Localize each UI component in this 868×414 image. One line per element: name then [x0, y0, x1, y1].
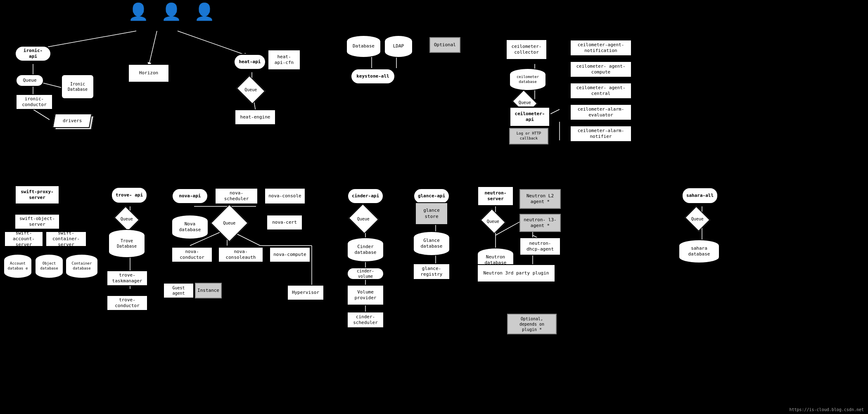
nova-database-label: Nova database: [175, 221, 205, 233]
log-callback-node: Log or HTTP callback: [509, 128, 548, 144]
nova-compute-node: nova-compute: [269, 247, 311, 263]
ironic-database-node: Ironic Database: [61, 74, 94, 99]
sahara-database-label: sahara database: [682, 246, 716, 258]
ironic-conductor-label: ironic- conductor: [20, 96, 49, 108]
user-icon-3: 👤: [194, 2, 215, 21]
object-database-label: Object database: [38, 261, 60, 271]
volume-provider-node: Volume provider: [347, 285, 384, 305]
keystone-all-node: keystone-all: [350, 68, 396, 85]
svg-line-44: [178, 31, 248, 56]
volume-provider-label: Volume provider: [351, 289, 380, 301]
ldap-keystone-node: LDAP: [384, 35, 413, 58]
heat-api-label: heat-api: [239, 59, 261, 65]
trove-conductor-label: trove- conductor: [111, 297, 144, 309]
ceilometer-database-label: ceilometer database: [512, 75, 543, 84]
ldap-keystone-label: LDAP: [393, 43, 404, 49]
container-database-label: Container database: [69, 261, 95, 271]
swift-container-server-node: swift-container- server: [45, 231, 87, 247]
watermark: https://is-cloud.blog.csdn.net: [789, 407, 864, 412]
ceilometer-collector-node: ceilometer- collector: [506, 39, 547, 60]
glance-database-node: Glance database: [413, 231, 450, 256]
trove-taskmanager-node: trove- taskmanager: [107, 270, 148, 286]
queue-ironic-label: Queue: [23, 78, 36, 83]
nova-scheduler-label: nova-scheduler: [219, 190, 254, 202]
instance-node: Instance: [195, 283, 222, 298]
glance-registry-node: glance- registry: [413, 263, 450, 280]
glance-registry-label: glance- registry: [417, 266, 446, 278]
ceilometer-collector-label: ceilometer- collector: [510, 44, 543, 56]
ironic-api-node: ironic- api: [14, 45, 52, 62]
queue-sahara-label: Queue: [691, 216, 704, 221]
neutron-l3-agent-node: neutron- l3-agent *: [519, 214, 561, 232]
nova-conductor-node: nova- conductor: [171, 247, 213, 263]
queue-ironic-node: Queue: [16, 74, 44, 87]
neutron-server-label: neutron- server: [481, 190, 510, 202]
hypervisor-label: Hypervisor: [292, 290, 319, 296]
ceilometer-api-node: ceilometer- api: [509, 106, 550, 127]
ceilometer-agent-central-label: ceilometer- agent-central: [574, 85, 628, 97]
ironic-conductor-node: ironic- conductor: [16, 94, 53, 110]
nova-database-node: Nova database: [171, 215, 209, 239]
nova-cert-label: nova-cert: [272, 220, 297, 225]
svg-line-3: [33, 109, 50, 120]
watermark-text: https://is-cloud.blog.csdn.net: [789, 407, 864, 412]
neutron-l2-agent-label: Neutron L2 agent *: [524, 193, 557, 205]
guest-agent-label: Guest agent: [167, 285, 190, 296]
drivers-label: drivers: [63, 118, 82, 123]
optional-neutron-node: Optional, depends on plugin *: [507, 314, 557, 334]
heat-api-cfn-node: heat- api-cfn: [268, 50, 301, 70]
nova-api-label: nova-api: [179, 193, 201, 199]
swift-object-server-node: swift-object- server: [14, 214, 60, 229]
cinder-database-label: Cinder database: [350, 244, 381, 256]
neutron-dhcp-agent-label: neutron- dhcp-agent: [524, 241, 557, 253]
glance-database-label: Glance database: [416, 238, 447, 250]
instance-label: Instance: [197, 288, 219, 293]
queue-nova-node: Queue: [211, 204, 249, 242]
nova-cert-node: nova-cert: [266, 215, 303, 230]
ceilometer-alarm-notifier-label: ceilometer-alarm- notifier: [574, 128, 628, 140]
horizon-label: Horizon: [139, 70, 158, 76]
ceilometer-alarm-notifier-node: ceilometer-alarm- notifier: [570, 125, 632, 142]
sahara-all-label: sahara-all: [686, 193, 714, 199]
ceilometer-agent-compute-node: ceilometer- agent-compute: [570, 61, 632, 78]
database-keystone-node: Database: [346, 35, 381, 58]
cinder-api-label: cinder-api: [352, 193, 379, 199]
keystone-all-label: keystone-all: [356, 73, 389, 79]
cinder-scheduler-label: cinder- scheduler: [351, 314, 380, 326]
swift-account-server-node: swift-account- server: [4, 231, 43, 247]
neutron-3rd-party-node: Neutron 3rd party plugin: [477, 264, 555, 282]
horizon-node: Horizon: [128, 64, 169, 83]
neutron-server-node: neutron- server: [477, 186, 514, 206]
ceilometer-api-label: ceilometer- api: [514, 111, 546, 123]
queue-cinder-label: Queue: [357, 216, 370, 221]
glance-api-label: glance-api: [418, 193, 445, 199]
cinder-volume-node: cinder-volume: [347, 267, 384, 280]
architecture-diagram: 👤 👤 👤 ironic- api Queue Ironic Database …: [0, 0, 868, 414]
trove-database-label: Trove Database: [111, 238, 142, 249]
ironic-api-label: ironic- api: [19, 48, 47, 60]
nova-compute-label: nova-compute: [273, 252, 306, 258]
heat-engine-node: heat-engine: [235, 109, 276, 125]
glance-api-node: glance-api: [413, 188, 450, 204]
queue-neutron-label: Queue: [487, 219, 499, 223]
sahara-all-node: sahara-all: [681, 187, 719, 204]
swift-account-server-label: swift-account- server: [8, 230, 39, 248]
nova-scheduler-node: nova-scheduler: [215, 188, 258, 204]
database-keystone-label: Database: [353, 43, 375, 49]
user-icon-1: 👤: [128, 2, 149, 21]
nova-consoleauth-node: nova- consoleauth: [218, 247, 263, 263]
container-database-node: Container database: [65, 254, 98, 279]
cinder-scheduler-node: cinder- scheduler: [347, 312, 384, 328]
nova-api-node: nova-api: [171, 188, 209, 204]
cinder-volume-label: cinder-volume: [351, 268, 380, 279]
cinder-database-node: Cinder database: [347, 237, 384, 262]
trove-api-label: trove- api: [116, 192, 143, 198]
heat-engine-label: heat-engine: [240, 114, 270, 120]
drivers-node: drivers: [52, 114, 92, 128]
neutron-l2-agent-node: Neutron L2 agent *: [519, 189, 561, 209]
hypervisor-node: Hypervisor: [287, 285, 324, 300]
cinder-api-node: cinder-api: [347, 188, 384, 204]
queue-nova-label: Queue: [223, 221, 235, 225]
optional-neutron-label: Optional, depends on plugin *: [511, 316, 553, 332]
heat-api-node: heat-api: [233, 54, 266, 70]
